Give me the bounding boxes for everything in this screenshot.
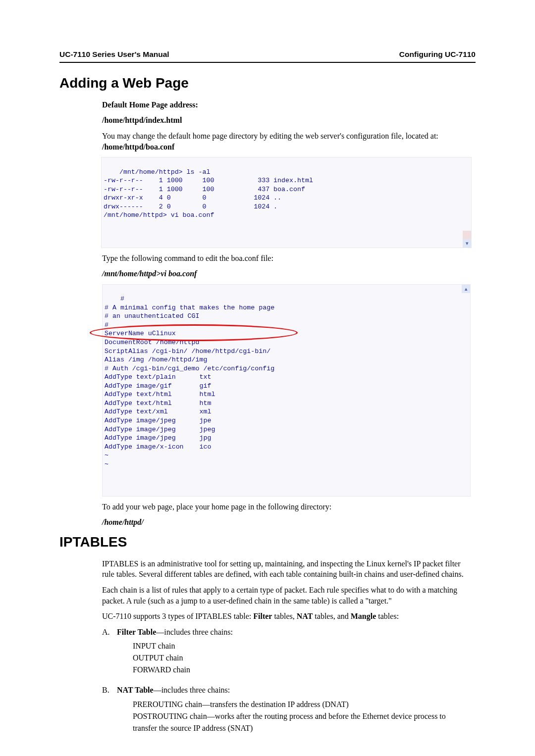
heading-adding-web-page: Adding a Web Page	[59, 74, 476, 93]
txt-g: tables:	[376, 612, 399, 620]
list-label-b: B.	[102, 685, 115, 696]
txt-filter: Filter	[253, 612, 272, 620]
iptables-body: IPTABLES is an administrative tool for s…	[102, 558, 471, 740]
heading-iptables: IPTABLES	[59, 533, 476, 552]
txt-mangle: Mangle	[351, 612, 376, 620]
iptables-chain-desc: Each chain is a list of rules that apply…	[102, 585, 471, 606]
chain-forward: FORWARD chain	[133, 664, 469, 676]
scroll-down-icon[interactable]: ▾	[463, 239, 471, 248]
home-httpd-dir: /home/httpd/	[102, 517, 471, 528]
scrollbar-track	[463, 231, 471, 239]
list-item-a: A. Filter Table—includes three chains: I…	[102, 627, 471, 682]
terminal-boa-text: # # A minimal config that makes the home…	[105, 295, 274, 467]
filter-table-title: Filter Table	[117, 628, 156, 636]
terminal-boa-conf: # # A minimal config that makes the home…	[102, 284, 471, 497]
scroll-up-icon[interactable]: ▴	[462, 285, 470, 293]
page-header: UC-7110 Series User's Manual Configuring…	[59, 50, 476, 63]
header-left: UC-7110 Series User's Manual	[59, 50, 169, 60]
nat-table-tail: —includes three chains:	[154, 686, 230, 694]
boa-conf-path: /home/httpd/boa.conf	[102, 143, 174, 151]
chain-input: INPUT chain	[133, 640, 469, 652]
para-add-webpage: To add your web page, place your home pa…	[102, 502, 471, 512]
para-change-default-text: You may change the default home page dir…	[102, 132, 438, 140]
chain-output: OUTPUT chain	[133, 652, 469, 664]
list-body-b: NAT Table—includes three chains: PREROUT…	[117, 685, 469, 740]
list-label-a: A.	[102, 627, 115, 638]
txt-e: tables, and	[313, 612, 350, 620]
chain-prerouting: PREROUTING chain—transfers the destinati…	[133, 699, 469, 710]
para-change-default: You may change the default home page dir…	[102, 131, 471, 152]
header-right: Configuring UC-7110	[399, 50, 476, 60]
filter-table-tail: —includes three chains:	[156, 628, 233, 636]
nat-chains: PREROUTING chain—transfers the destinati…	[133, 699, 469, 734]
para-type-command: Type the following command to edit the b…	[102, 253, 471, 264]
default-address-path: /home/httpd/index.html	[102, 115, 471, 126]
txt-nat: NAT	[297, 612, 313, 620]
section-body: Default Home Page address: /home/httpd/i…	[102, 100, 471, 528]
subheading-default-address: Default Home Page address:	[102, 100, 471, 110]
filter-chains: INPUT chain OUTPUT chain FORWARD chain	[133, 640, 469, 676]
terminal-ls-text: /mnt/home/httpd> ls -al -rw-r--r-- 1 100…	[104, 168, 313, 219]
nat-table-title: NAT Table	[117, 686, 154, 694]
txt-c: tables,	[272, 612, 296, 620]
terminal-ls-output: /mnt/home/httpd> ls -al -rw-r--r-- 1 100…	[101, 157, 472, 248]
iptables-tables-line: UC-7110 supports 3 types of IPTABLES tab…	[102, 611, 471, 622]
list-item-b: B. NAT Table—includes three chains: PRER…	[102, 685, 471, 740]
txt-a: UC-7110 supports 3 types of IPTABLES tab…	[102, 612, 253, 620]
chain-postrouting: POSTROUTING chain—works after the routin…	[133, 710, 469, 734]
vi-command: /mnt/home/httpd>vi boa.conf	[102, 268, 471, 279]
iptables-intro: IPTABLES is an administrative tool for s…	[102, 558, 471, 580]
list-body-a: Filter Table—includes three chains: INPU…	[117, 627, 469, 682]
